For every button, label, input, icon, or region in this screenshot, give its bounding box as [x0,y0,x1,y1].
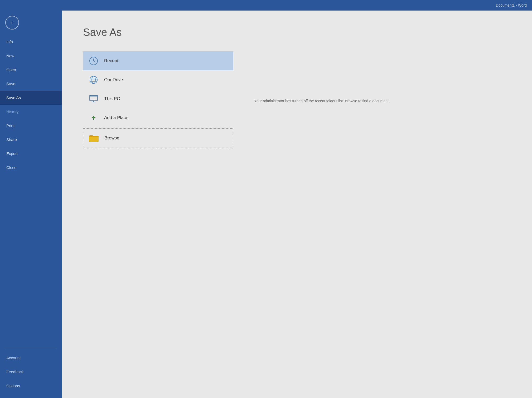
sidebar-item-print[interactable]: Print [0,119,62,133]
location-browse[interactable]: Browse [83,128,233,148]
back-button[interactable]: ← [5,16,19,30]
sidebar-item-open[interactable]: Open [0,63,62,77]
content-row: Recent OneDrive [83,51,511,148]
sidebar-item-save[interactable]: Save [0,77,62,91]
location-this-pc-label: This PC [104,96,120,101]
sidebar-item-share[interactable]: Share [0,133,62,147]
info-message: Your administrator has turned off the re… [254,99,490,103]
sidebar-item-close[interactable]: Close [0,161,62,174]
svg-line-2 [94,61,95,62]
svg-rect-11 [90,95,98,96]
info-area: Your administrator has turned off the re… [233,51,511,148]
sidebar-item-save-as[interactable]: Save As [0,91,62,105]
sidebar-item-info[interactable]: Info [0,35,62,49]
location-add-place[interactable]: + Add a Place [83,108,233,127]
location-onedrive[interactable]: OneDrive [83,70,233,89]
main-content: Save As Recent [62,11,532,398]
location-add-place-label: Add a Place [104,115,128,120]
sidebar-item-options[interactable]: Options [0,379,62,393]
plus-icon: + [88,113,99,123]
sidebar-item-export[interactable]: Export [0,147,62,161]
location-this-pc[interactable]: This PC [83,89,233,108]
app-body: ← Info New Open Save Save As History Pri… [0,11,532,398]
location-onedrive-label: OneDrive [104,77,123,82]
page-title: Save As [83,26,511,38]
back-arrow-icon: ← [9,20,15,26]
sidebar-bottom: Account Feedback Options [0,345,62,393]
sidebar: ← Info New Open Save Save As History Pri… [0,11,62,398]
globe-icon [88,75,99,85]
folder-icon [89,133,99,143]
monitor-icon [88,94,99,104]
locations-panel: Recent OneDrive [83,51,233,148]
sidebar-item-new[interactable]: New [0,49,62,63]
sidebar-item-history: History [0,105,62,119]
sidebar-item-account[interactable]: Account [0,351,62,365]
add-place-plus: + [91,114,96,122]
sidebar-divider [5,348,57,348]
title-bar-text: Document1 - Word [496,3,527,7]
title-bar: Document1 - Word [0,0,532,11]
location-recent-label: Recent [104,58,118,64]
location-recent[interactable]: Recent [83,51,233,70]
sidebar-item-feedback[interactable]: Feedback [0,365,62,379]
clock-icon [88,56,99,66]
location-browse-label: Browse [104,135,119,141]
